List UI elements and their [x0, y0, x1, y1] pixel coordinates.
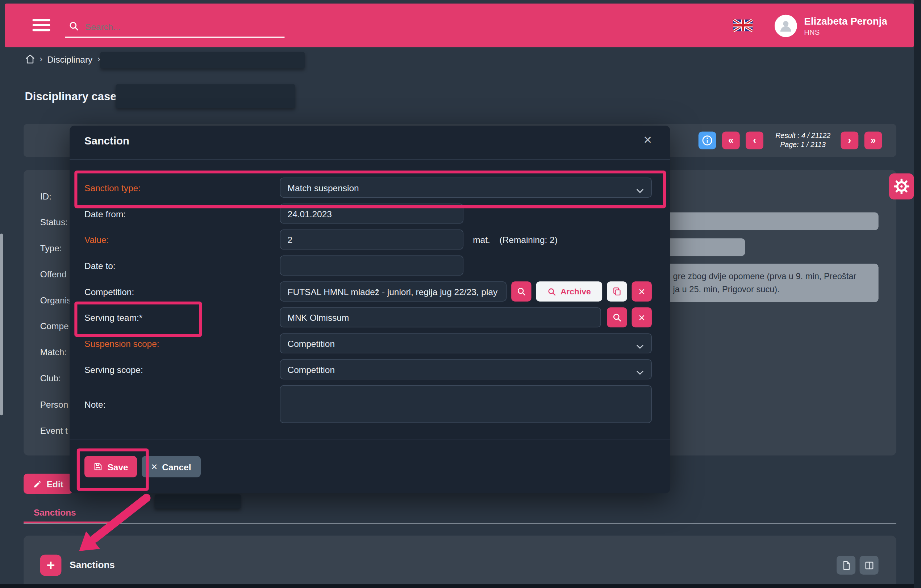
home-icon[interactable]: [24, 54, 35, 64]
detail-note-box: gre zbog dvije opomene (prva u 9. min, P…: [649, 263, 878, 302]
date-to-label: Date to:: [85, 256, 116, 276]
page-title: Disciplinary case: [24, 90, 116, 103]
serving-team-label: Serving team:*: [85, 307, 142, 327]
export-button[interactable]: [836, 556, 856, 575]
gear-icon: [894, 179, 909, 194]
sanction-type-select[interactable]: Match suspension: [280, 177, 652, 197]
person-icon: [778, 18, 794, 34]
breadcrumb-redacted-item: [100, 52, 305, 68]
detail-label-event-type: Event t: [40, 424, 68, 436]
redacted-tab: [155, 495, 241, 509]
hamburger-menu-button[interactable]: [33, 19, 50, 31]
search-icon: [517, 287, 526, 296]
detail-label-id: ID:: [40, 190, 52, 202]
value-remaining: (Remaining: 2): [500, 229, 558, 250]
detail-label-club: Club:: [40, 372, 61, 384]
chevron-down-icon: [636, 185, 644, 190]
breadcrumb: › Disciplinary ›: [0, 51, 914, 70]
value-label: Value:: [85, 229, 109, 250]
columns-button[interactable]: [860, 556, 879, 575]
cancel-button[interactable]: × Cancel: [142, 456, 200, 478]
competition-copy-button[interactable]: [607, 281, 627, 301]
edit-button-label: Edit: [47, 479, 63, 489]
note-label: Note:: [85, 385, 106, 423]
add-sanction-button[interactable]: +: [40, 555, 62, 576]
note-textarea[interactable]: [280, 385, 652, 423]
competition-archive-button[interactable]: Archive: [536, 281, 602, 301]
right-scrollbar-track[interactable]: [914, 0, 921, 588]
left-scrollbar-thumb[interactable]: [0, 234, 3, 415]
search-underline: [65, 37, 285, 37]
detail-label-status: Status:: [40, 216, 68, 228]
save-button[interactable]: Save: [85, 456, 137, 478]
save-button-label: Save: [107, 461, 128, 472]
user-org: HNS: [804, 28, 820, 37]
document-export-icon: [841, 560, 851, 570]
sanction-modal: Sanction × Sanction type: Match suspensi…: [70, 126, 670, 493]
avatar[interactable]: [775, 15, 797, 37]
suspension-scope-select[interactable]: Competition: [280, 333, 652, 353]
plus-icon: +: [47, 558, 55, 572]
edit-button[interactable]: Edit: [24, 474, 73, 494]
pager-next-button[interactable]: ›: [841, 132, 858, 149]
breadcrumb-item-disciplinary[interactable]: Disciplinary: [47, 54, 93, 65]
save-icon: [93, 462, 103, 471]
cancel-button-label: Cancel: [162, 461, 191, 472]
date-from-input[interactable]: [280, 203, 464, 223]
search-icon: [547, 287, 556, 296]
pager-last-button[interactable]: »: [864, 132, 882, 149]
settings-button[interactable]: [889, 174, 914, 200]
close-icon: ×: [638, 312, 645, 323]
detail-label-offender: Offend: [40, 268, 67, 280]
columns-icon: [864, 560, 874, 570]
copy-icon: [612, 287, 622, 296]
sanctions-section: + Sanctions: [24, 536, 896, 588]
close-icon: ×: [151, 461, 157, 472]
serving-scope-label: Serving scope:: [85, 359, 143, 379]
pager-prev-button[interactable]: ‹: [746, 132, 763, 149]
modal-title: Sanction: [85, 135, 129, 147]
tab-sanctions[interactable]: Sanctions: [34, 507, 76, 517]
info-icon: [701, 135, 713, 147]
competition-input[interactable]: [280, 281, 506, 301]
suspension-scope-value: Competition: [288, 338, 335, 349]
breadcrumb-separator: ›: [39, 54, 42, 64]
pager-first-button[interactable]: «: [722, 132, 740, 149]
date-to-input[interactable]: [280, 256, 464, 276]
serving-team-search-button[interactable]: [607, 307, 627, 327]
search-icon: [612, 313, 622, 322]
pager-result-count: Result : 4 / 21122: [765, 132, 841, 140]
detail-label-match: Match:: [40, 346, 67, 358]
breadcrumb-separator: ›: [98, 54, 100, 64]
serving-team-input[interactable]: [280, 307, 601, 327]
date-from-label: Date from:: [85, 203, 126, 223]
close-icon: ×: [638, 286, 645, 297]
search-input[interactable]: [84, 18, 281, 36]
user-name: Elizabeta Peronja: [804, 16, 887, 28]
serving-scope-select[interactable]: Competition: [280, 359, 652, 379]
suspension-scope-label: Suspension scope:: [85, 333, 159, 353]
modal-header-divider: [70, 159, 670, 160]
detail-note-line: ja u 25. min, Prigovor sucu).: [673, 283, 872, 296]
hamburger-icon: [33, 19, 50, 21]
search-icon: [68, 21, 79, 31]
pencil-icon: [33, 479, 42, 488]
modal-close-button[interactable]: ×: [643, 133, 652, 147]
tabs-divider: [24, 523, 896, 524]
page: Elizabeta Peronja HNS › Disciplinary › D…: [0, 0, 921, 588]
value-input[interactable]: [280, 229, 464, 250]
serving-team-clear-button[interactable]: ×: [632, 307, 652, 327]
language-flag-uk-icon[interactable]: [733, 19, 753, 32]
competition-clear-button[interactable]: ×: [632, 281, 652, 301]
detail-label-type: Type:: [40, 242, 62, 254]
pager-status: Result : 4 / 21122 Page: 1 / 2113: [765, 132, 841, 149]
sanction-type-value: Match suspension: [288, 182, 359, 193]
competition-search-button[interactable]: [511, 281, 531, 301]
detail-label-person: Person: [40, 398, 68, 410]
table-header-strip: [0, 584, 914, 588]
detail-label-competition: Compe: [40, 320, 69, 331]
value-unit: mat.: [473, 229, 490, 250]
chevron-down-icon: [636, 341, 644, 346]
detail-label-organisation: Organis: [40, 294, 72, 305]
info-button[interactable]: [698, 132, 716, 149]
